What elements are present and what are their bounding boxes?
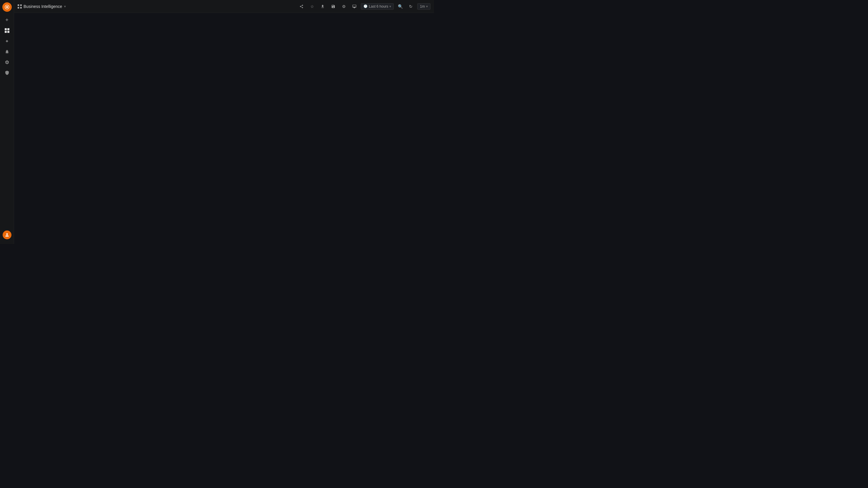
monitor-button[interactable]	[350, 2, 359, 10]
refresh-rate-selector[interactable]: 1m ▾	[417, 3, 431, 10]
sidebar-item-explore[interactable]: ✦	[2, 36, 12, 46]
svg-rect-2	[7, 28, 9, 30]
save-button[interactable]	[329, 2, 337, 10]
app-logo-icon[interactable]	[2, 2, 12, 12]
time-range-selector[interactable]: 🕐 Last 6 hours ▾	[361, 3, 394, 10]
svg-rect-6	[20, 4, 22, 6]
star-button[interactable]: ☆	[308, 2, 316, 10]
sidebar: + ✦	[0, 0, 14, 244]
svg-rect-7	[18, 7, 19, 8]
app-title: Business Intelligence ▾	[18, 4, 66, 9]
sidebar-item-dashboard[interactable]	[2, 26, 12, 35]
svg-rect-4	[7, 31, 9, 33]
sidebar-item-settings[interactable]	[2, 58, 12, 67]
svg-rect-8	[20, 7, 22, 8]
share-panel-button[interactable]	[298, 2, 306, 10]
svg-rect-1	[5, 28, 7, 30]
dashboard	[14, 13, 434, 244]
user-avatar[interactable]	[3, 230, 11, 239]
main-content: Business Intelligence ▾ ☆ ⚙ 🕐 Last 6 hou…	[14, 0, 434, 244]
search-button[interactable]: 🔍	[396, 2, 404, 10]
sidebar-item-alerts[interactable]	[2, 47, 12, 56]
export-button[interactable]	[318, 2, 327, 10]
settings-button[interactable]: ⚙	[340, 2, 348, 10]
svg-point-0	[6, 6, 8, 8]
sidebar-item-add[interactable]: +	[2, 15, 12, 25]
topbar: Business Intelligence ▾ ☆ ⚙ 🕐 Last 6 hou…	[14, 0, 434, 13]
svg-rect-3	[5, 31, 7, 33]
refresh-button[interactable]: ↻	[407, 2, 415, 10]
sidebar-item-shield[interactable]	[2, 68, 12, 77]
svg-rect-5	[18, 4, 19, 6]
